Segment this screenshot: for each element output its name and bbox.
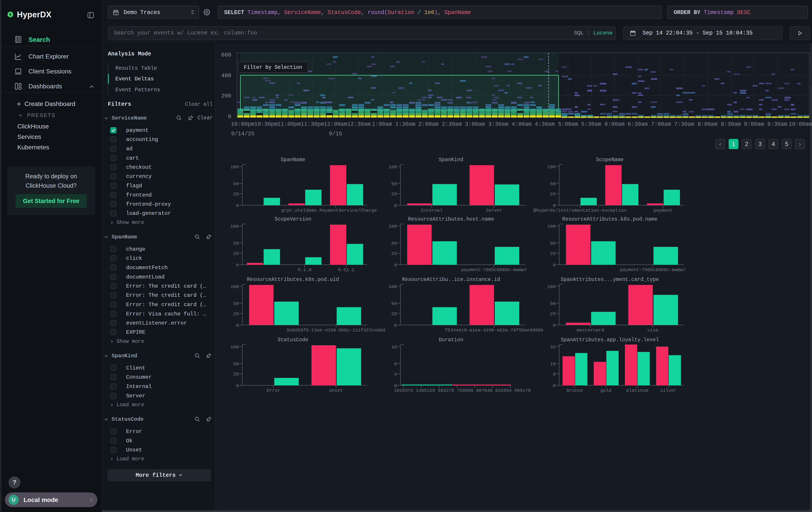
svg-text:25: 25 [391, 312, 397, 317]
svg-text:100: 100 [230, 224, 239, 229]
svg-text:5e02b5fb-13ae-4296-bbbc-111f42: 5e02b5fb-13ae-4296-bbbc-111f423c460d [287, 328, 385, 333]
svg-text:payment-7985c8969c-mwmw7: payment-7985c8969c-mwmw7 [461, 267, 527, 272]
svg-text:@hyperdx/instrumentation-excep: @hyperdx/instrumentation-exception [533, 208, 626, 213]
svg-text:100: 100 [230, 284, 239, 289]
svg-text:ResourceAttributes.k8s.pod.uid: ResourceAttributes.k8s.pod.uid [247, 277, 339, 282]
svg-text:0: 0 [553, 203, 556, 208]
svg-text:0: 0 [236, 323, 239, 328]
svg-text:50: 50 [391, 182, 397, 187]
svg-text:SpanAttributes...yment.card_ty: SpanAttributes...yment.card_type [561, 277, 659, 282]
svg-text:Duration: Duration [439, 337, 463, 343]
svg-text:ScopeName: ScopeName [596, 157, 624, 163]
svg-text:50: 50 [233, 361, 239, 367]
svg-text:50: 50 [391, 301, 397, 306]
svg-text:32: 32 [550, 345, 556, 350]
svg-text:100: 100 [388, 224, 397, 229]
svg-text:gold: gold [600, 388, 611, 393]
svg-text:4: 4 [394, 372, 397, 377]
svg-text:visa: visa [647, 328, 658, 333]
svg-text:ResourceAttributes.k8s.pod.nam: ResourceAttributes.k8s.pod.name [562, 216, 658, 222]
svg-text:25: 25 [233, 372, 239, 377]
svg-text:Internal: Internal [421, 208, 442, 213]
svg-text:50: 50 [233, 182, 239, 187]
svg-text:50: 50 [233, 241, 239, 246]
svg-text:50: 50 [550, 301, 556, 306]
svg-text:25: 25 [233, 251, 239, 256]
svg-text:0: 0 [236, 383, 239, 388]
svg-text:25: 25 [391, 192, 397, 197]
svg-text:100: 100 [547, 284, 556, 289]
svg-text:Error: Error [267, 388, 280, 393]
svg-text:25: 25 [550, 312, 556, 317]
svg-text:0.1.0: 0.1.0 [298, 267, 312, 272]
svg-text:0: 0 [236, 263, 239, 268]
svg-text:16: 16 [550, 361, 556, 367]
svg-text:25: 25 [233, 312, 239, 317]
svg-text:1019375 1405128 583275 759085: 1019375 1405128 583275 759085 807648 842… [394, 388, 531, 393]
svg-text:100: 100 [230, 164, 239, 170]
svg-text:SpanAttributes.app.loyalty.lev: SpanAttributes.app.loyalty.level [561, 337, 659, 343]
svg-text:0: 0 [236, 203, 239, 208]
svg-text:25: 25 [550, 251, 556, 256]
svg-text:StatusCode: StatusCode [278, 337, 308, 343]
svg-text:8: 8 [394, 361, 397, 367]
svg-text:0: 0 [394, 383, 397, 388]
svg-text:0: 0 [553, 383, 556, 388]
svg-text:100: 100 [388, 284, 397, 289]
svg-text:50: 50 [550, 182, 556, 187]
svg-text:50: 50 [550, 241, 556, 246]
svg-text:ResourceAttributes.host.name: ResourceAttributes.host.name [408, 216, 494, 222]
svg-text:100: 100 [547, 224, 556, 229]
svg-text:100: 100 [547, 164, 556, 170]
svg-text:0: 0 [553, 263, 556, 268]
svg-text:25: 25 [550, 192, 556, 197]
svg-text:f5344ec9-a1ea-4290-a62a-78f5be: f5344ec9-a1ea-4290-a62a-78f5bee8d90b [445, 328, 543, 333]
svg-text:25: 25 [233, 192, 239, 197]
svg-text:50: 50 [391, 241, 397, 246]
svg-text:8: 8 [553, 372, 556, 377]
svg-text:platinum: platinum [626, 388, 648, 393]
svg-text:Server: Server [486, 208, 502, 213]
svg-text:50: 50 [233, 301, 239, 306]
svg-text:grpc.oteldemo.PaymentService/C: grpc.oteldemo.PaymentService/Charge [281, 208, 377, 213]
svg-text:bronze: bronze [567, 388, 583, 393]
svg-text:0: 0 [394, 203, 397, 208]
svg-text:25: 25 [391, 251, 397, 256]
svg-text:100: 100 [388, 164, 397, 170]
svg-text:0: 0 [394, 263, 397, 268]
svg-text:ResourceAttribu..ice.instance.: ResourceAttribu..ice.instance.id [402, 277, 500, 282]
svg-text:ScopeVersion: ScopeVersion [274, 216, 312, 222]
svg-text:Unset: Unset [329, 388, 343, 393]
svg-text:mastercard: mastercard [577, 328, 604, 333]
svg-text:0.51.1: 0.51.1 [338, 267, 354, 272]
svg-text:SpanKind: SpanKind [439, 157, 463, 163]
svg-text:payment-7985c8969c-mwmw7: payment-7985c8969c-mwmw7 [620, 267, 686, 272]
svg-text:silver: silver [660, 388, 676, 393]
svg-text:payment: payment [654, 208, 673, 213]
svg-text:0: 0 [394, 323, 397, 328]
svg-text:0: 0 [553, 323, 556, 328]
svg-text:SpanName: SpanName [281, 157, 305, 163]
svg-text:16: 16 [391, 345, 397, 350]
svg-text:100: 100 [230, 345, 239, 350]
